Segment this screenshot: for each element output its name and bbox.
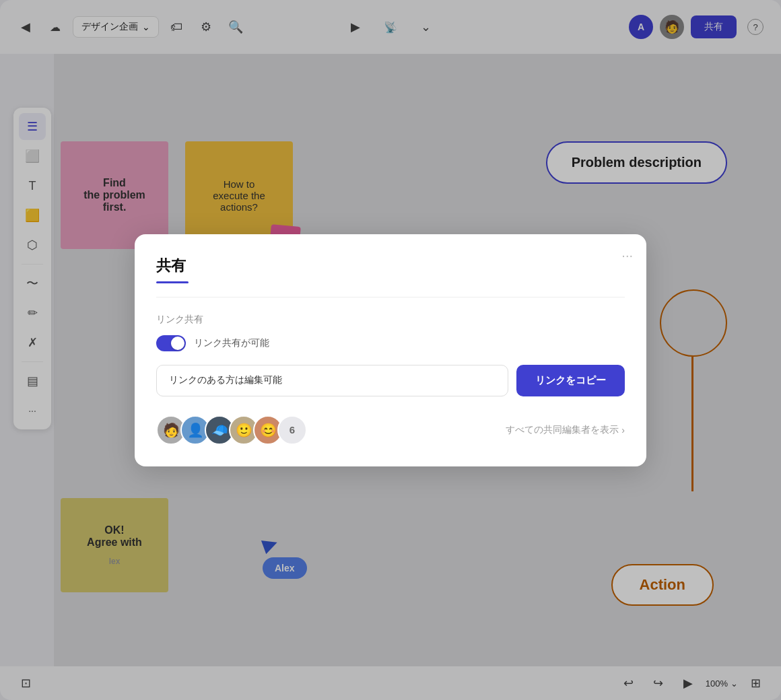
link-share-toggle[interactable] bbox=[156, 335, 186, 351]
chevron-right-icon: › bbox=[621, 425, 625, 435]
link-row: リンクをコピー bbox=[156, 365, 625, 396]
toggle-row: リンク共有が可能 bbox=[156, 335, 625, 351]
view-all-text: すべての共同編集者を表示 bbox=[506, 424, 619, 436]
modal-close-button[interactable]: ··· bbox=[621, 248, 633, 263]
share-modal: ··· 共有 リンク共有 リンク共有が可能 リンクをコピー 🧑 👤 🧢 🙂 � bbox=[135, 234, 646, 466]
view-all-collaborators-link[interactable]: すべての共同編集者を表示 › bbox=[506, 424, 625, 436]
modal-overlay[interactable]: ··· 共有 リンク共有 リンク共有が可能 リンクをコピー 🧑 👤 🧢 🙂 � bbox=[0, 0, 781, 700]
modal-tab-underline bbox=[156, 281, 189, 283]
modal-title: 共有 bbox=[156, 256, 625, 276]
avatar-stack: 🧑 👤 🧢 🙂 😊 6 bbox=[156, 415, 307, 445]
copy-link-button[interactable]: リンクをコピー bbox=[516, 365, 625, 396]
link-share-section-label: リンク共有 bbox=[156, 314, 625, 326]
toggle-label: リンク共有が可能 bbox=[194, 337, 269, 349]
copy-link-label: リンクをコピー bbox=[535, 374, 606, 386]
collaborators-row: 🧑 👤 🧢 🙂 😊 6 すべての共同編集者を表示 › bbox=[156, 415, 625, 445]
link-input[interactable] bbox=[156, 365, 508, 396]
collab-count-badge: 6 bbox=[277, 415, 307, 445]
toggle-knob bbox=[171, 337, 184, 350]
modal-divider bbox=[156, 297, 625, 298]
collab-count-text: 6 bbox=[290, 424, 295, 435]
